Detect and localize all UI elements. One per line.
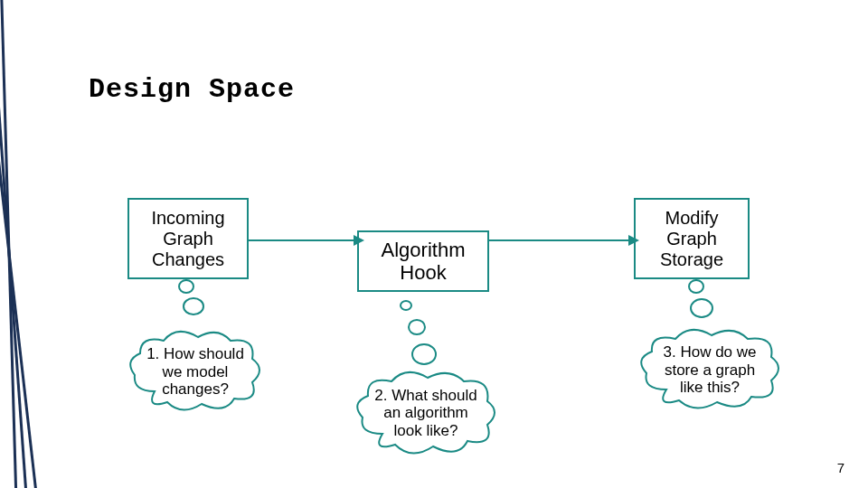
svg-line-1 bbox=[0, 0, 29, 488]
thought-trail-2 bbox=[393, 295, 439, 376]
box-modify-storage: ModifyGraphStorage bbox=[634, 198, 750, 279]
svg-point-10 bbox=[409, 320, 425, 334]
svg-point-9 bbox=[401, 301, 411, 310]
svg-point-13 bbox=[691, 299, 712, 317]
thought-trail-1 bbox=[172, 276, 208, 334]
svg-point-11 bbox=[412, 344, 436, 364]
thought-3-text: 3. How do westore a graphlike this? bbox=[637, 343, 782, 397]
thought-model-changes: 1. How shouldwe modelchanges? bbox=[127, 328, 263, 414]
svg-point-12 bbox=[689, 280, 703, 293]
side-decoration bbox=[0, 0, 72, 488]
slide-title: Design Space bbox=[89, 74, 295, 105]
svg-line-0 bbox=[0, 0, 41, 488]
svg-line-2 bbox=[1, 0, 17, 488]
page-number: 7 bbox=[837, 460, 844, 475]
svg-point-8 bbox=[184, 298, 203, 314]
thought-algorithm-look: 2. What shouldan algorithmlook like? bbox=[354, 369, 498, 457]
arrow-left-to-mid bbox=[247, 231, 364, 249]
arrow-mid-to-right bbox=[487, 231, 639, 249]
thought-store-graph: 3. How do westore a graphlike this? bbox=[637, 326, 782, 412]
box-incoming-changes: IncomingGraphChanges bbox=[127, 198, 249, 279]
thought-1-text: 1. How shouldwe modelchanges? bbox=[127, 345, 263, 399]
thought-2-text: 2. What shouldan algorithmlook like? bbox=[354, 387, 498, 440]
svg-point-7 bbox=[179, 280, 193, 293]
box-algorithm-hook: AlgorithmHook bbox=[357, 230, 489, 292]
